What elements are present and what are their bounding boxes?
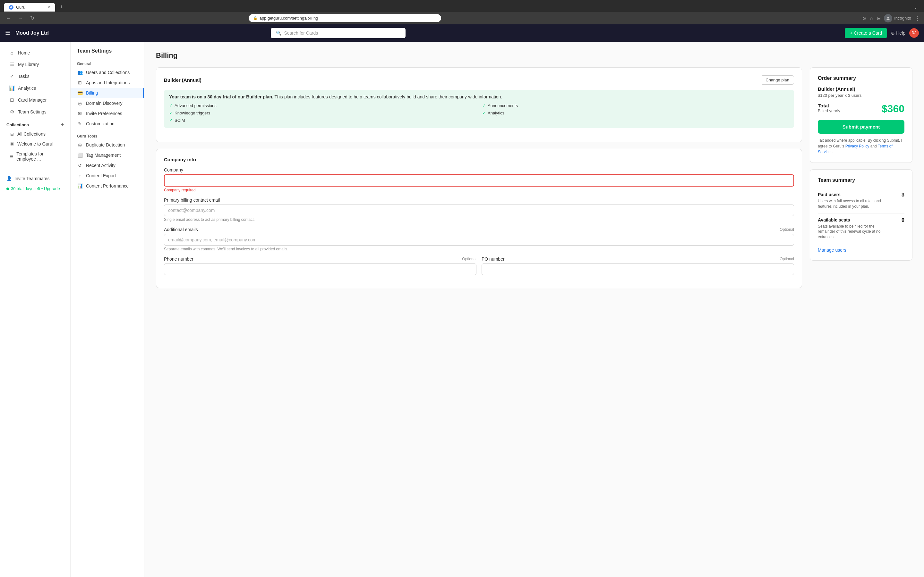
feature-label: Announcements — [488, 103, 518, 108]
po-input[interactable] — [481, 263, 794, 275]
search-bar-container: 🔍 Search for Cards — [271, 28, 405, 38]
top-nav: ☰ Mood Joy Ltd 🔍 Search for Cards + Crea… — [0, 24, 924, 42]
phone-label: Phone number Optional — [164, 256, 477, 261]
order-billed: Billed yearly — [818, 108, 840, 113]
tool-item-duplicate-detection[interactable]: ◎Duplicate Detection — [71, 140, 144, 150]
tool-item-tag-management[interactable]: ⬜Tag Management — [71, 150, 144, 160]
email-input[interactable] — [164, 205, 794, 216]
new-tab-button[interactable]: + — [57, 3, 66, 12]
settings-menu: 👥Users and Collections⊞Apps and Integrat… — [71, 67, 144, 129]
refresh-button[interactable]: ↻ — [28, 14, 36, 23]
additional-emails-input[interactable] — [164, 234, 794, 245]
sidebar-item-my-library[interactable]: ☰My Library — [3, 59, 68, 70]
email-hint: Single email address to act as primary b… — [164, 218, 794, 222]
settings-sidebar: Team Settings General 👥Users and Collect… — [71, 42, 144, 577]
search-bar[interactable]: 🔍 Search for Cards — [271, 28, 405, 38]
feature-item: ✓Knowledge triggers — [169, 110, 476, 116]
plan-row: Builder (Annual) Change plan — [164, 75, 794, 85]
address-bar[interactable]: 🔒 app.getguru.com/settings/billing — [249, 14, 441, 22]
collections-add-button[interactable]: + — [61, 122, 64, 127]
cast-icon[interactable]: ⊘ — [863, 16, 866, 21]
company-info-card: Company info Company Company required Pr… — [156, 149, 802, 288]
sidebar-item-tasks[interactable]: ✓Tasks — [3, 71, 68, 82]
invite-teammates-button[interactable]: 👤 Invite Teammates — [0, 173, 70, 184]
collection-item-all[interactable]: ⊞All Collections — [3, 129, 68, 139]
tool-item-content-performance[interactable]: 📊Content Performance — [71, 181, 144, 191]
tab-title: Guru — [16, 5, 25, 10]
trial-upgrade-button[interactable]: 30 trial days left • Upgrade — [0, 184, 70, 193]
order-total-label: Total — [818, 103, 840, 108]
create-card-button[interactable]: + Create a Card — [845, 28, 887, 38]
collection-item-welcome[interactable]: ⌘Welcome to Guru! — [3, 139, 68, 149]
address-bar-row: ← → ↻ 🔒 app.getguru.com/settings/billing… — [0, 12, 924, 24]
split-screen-icon[interactable]: ⊟ — [877, 16, 881, 21]
back-button[interactable]: ← — [4, 14, 13, 23]
company-input[interactable] — [164, 174, 794, 187]
sidebar-item-home[interactable]: ⌂Home — [3, 47, 68, 58]
nav-label-my-library: My Library — [18, 62, 39, 67]
order-total-amount: $360 — [882, 103, 905, 115]
top-nav-right: + Create a Card ⊕ Help DJ — [845, 28, 919, 38]
nav-label-card-manager: Card Manager — [18, 97, 47, 103]
collection-item-templates[interactable]: ☰Templates for employee ... — [3, 149, 68, 164]
svg-point-0 — [887, 17, 889, 18]
feature-label: Advanced permissions — [174, 103, 216, 108]
change-plan-button[interactable]: Change plan — [761, 75, 794, 85]
trial-notice: Your team is on a 30 day trial of our Bu… — [164, 90, 794, 128]
help-button[interactable]: ⊕ Help — [891, 31, 905, 35]
tab-close-button[interactable]: × — [48, 5, 50, 10]
settings-item-invite-preferences[interactable]: ✉Invite Preferences — [71, 108, 144, 119]
sidebar-item-card-manager[interactable]: ⊟Card Manager — [3, 94, 68, 106]
team-summary-title: Team summary — [818, 177, 905, 183]
browser-tab[interactable]: G Guru × — [4, 3, 55, 11]
general-label: General — [71, 59, 144, 67]
trial-dot — [6, 187, 9, 190]
feature-item: ✓Analytics — [482, 110, 789, 116]
sidebar-item-team-settings[interactable]: ⚙Team Settings — [3, 106, 68, 118]
collection-label-all: All Collections — [17, 131, 45, 137]
bookmark-icon[interactable]: ☆ — [869, 16, 874, 21]
browser-menu-button[interactable]: ⋮ — [914, 15, 920, 22]
submit-payment-button[interactable]: Submit payment — [818, 120, 905, 134]
settings-item-domain-discovery[interactable]: ◎Domain Discovery — [71, 98, 144, 108]
forward-button[interactable]: → — [16, 14, 25, 23]
tab-chevron[interactable]: ⌄ — [911, 3, 920, 11]
additional-emails-hint: Separate emails with commas. We'll send … — [164, 247, 794, 251]
settings-label-invite-preferences: Invite Preferences — [86, 111, 122, 116]
order-total-left: Total Billed yearly — [818, 103, 840, 113]
search-input[interactable]: Search for Cards — [284, 31, 401, 35]
content-area: Team Settings General 👥Users and Collect… — [71, 42, 924, 577]
guru-tools-label: Guru Tools — [71, 131, 144, 140]
hamburger-button[interactable]: ☰ — [5, 29, 10, 37]
additional-emails-form-group: Additional emails Optional Separate emai… — [164, 227, 794, 251]
your-account-card: Builder (Annual) Change plan Your team i… — [156, 67, 802, 142]
tool-label-content-export: Content Export — [86, 173, 116, 178]
check-icon: ✓ — [169, 111, 173, 115]
tool-item-recent-activity[interactable]: ↺Recent Activity — [71, 160, 144, 171]
app-logo: Mood Joy Ltd — [15, 30, 49, 36]
settings-item-customization[interactable]: ✎Customization — [71, 119, 144, 129]
settings-label-users-collections: Users and Collections — [86, 70, 129, 75]
order-plan-name: Builder (Annual) — [818, 86, 905, 92]
sidebar-item-analytics[interactable]: 📊Analytics — [3, 82, 68, 94]
tool-label-duplicate-detection: Duplicate Detection — [86, 142, 125, 147]
privacy-policy-link[interactable]: Privacy Policy — [845, 144, 869, 148]
tool-item-content-export[interactable]: ↑Content Export — [71, 171, 144, 181]
available-seats-row: Available seats Seats available to be fi… — [818, 213, 905, 243]
order-plan-detail: $120 per year x 3 users — [818, 93, 905, 98]
settings-item-billing[interactable]: 💳Billing — [71, 88, 144, 98]
manage-users-link[interactable]: Manage users — [818, 247, 905, 253]
settings-item-users-collections[interactable]: 👥Users and Collections — [71, 67, 144, 77]
phone-input[interactable] — [164, 263, 477, 275]
incognito-button[interactable]: Incognito — [884, 14, 911, 23]
feature-item: ✓Announcements — [482, 103, 789, 109]
user-avatar[interactable]: DJ — [909, 28, 919, 38]
check-icon: ✓ — [482, 103, 486, 108]
settings-title: Team Settings — [71, 48, 144, 59]
nav-icon-team-settings: ⚙ — [9, 109, 15, 115]
settings-item-apps-integrations[interactable]: ⊞Apps and Integrations — [71, 77, 144, 88]
additional-emails-optional: Optional — [780, 227, 794, 232]
nav-label-tasks: Tasks — [18, 74, 29, 79]
paid-users-row: Paid users Users with full access to all… — [818, 188, 905, 213]
check-icon: ✓ — [482, 111, 486, 115]
